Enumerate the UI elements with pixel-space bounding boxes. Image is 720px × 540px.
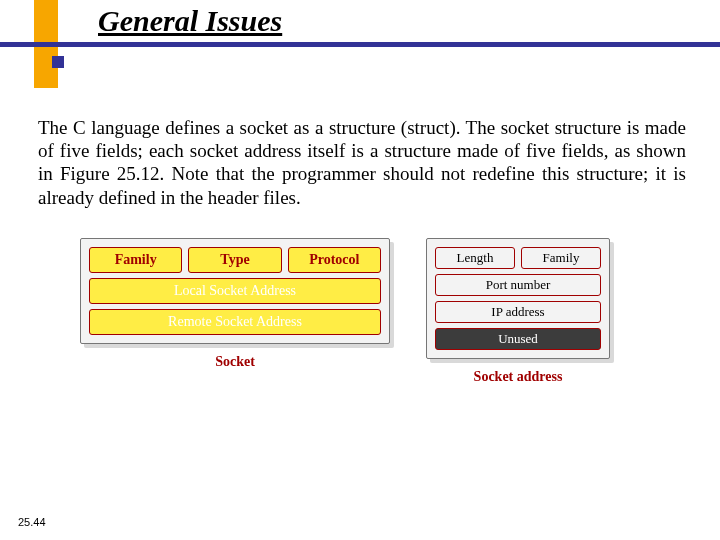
socket-field-family: Family [89, 247, 182, 273]
sockaddr-field-family: Family [521, 247, 601, 269]
figure-25-12: Family Type Protocol Local Socket Addres… [80, 238, 650, 385]
socket-row-3: Remote Socket Address [89, 309, 381, 335]
sockaddr-field-ip: IP address [435, 301, 601, 323]
socket-address-panel: Length Family Port number IP address Unu… [426, 238, 610, 359]
sockaddr-field-port: Port number [435, 274, 601, 296]
sockaddr-field-length: Length [435, 247, 515, 269]
socket-address-caption: Socket address [474, 369, 563, 385]
sockaddr-row-1: Length Family [435, 247, 601, 269]
sockaddr-field-unused: Unused [435, 328, 601, 350]
header-accent-square [52, 56, 64, 68]
socket-address-column: Length Family Port number IP address Unu… [426, 238, 610, 385]
sockaddr-row-2: Port number [435, 274, 601, 296]
socket-field-remote: Remote Socket Address [89, 309, 381, 335]
socket-field-protocol: Protocol [288, 247, 381, 273]
sockaddr-row-4: Unused [435, 328, 601, 350]
body-paragraph: The C language defines a socket as a str… [38, 116, 686, 209]
socket-row-1: Family Type Protocol [89, 247, 381, 273]
socket-caption: Socket [215, 354, 255, 370]
slide-title: General Issues [98, 4, 282, 38]
socket-field-local: Local Socket Address [89, 278, 381, 304]
socket-row-2: Local Socket Address [89, 278, 381, 304]
page-number: 25.44 [18, 516, 46, 528]
sockaddr-row-3: IP address [435, 301, 601, 323]
header-accent-horizontal [0, 42, 720, 47]
socket-panel: Family Type Protocol Local Socket Addres… [80, 238, 390, 344]
socket-field-type: Type [188, 247, 281, 273]
socket-column: Family Type Protocol Local Socket Addres… [80, 238, 390, 370]
